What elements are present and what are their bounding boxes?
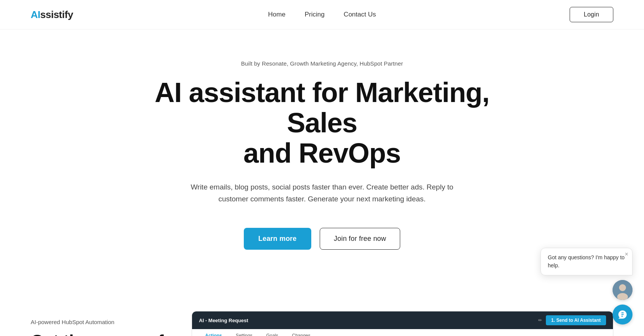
chat-trigger-button[interactable] [613,305,632,324]
learn-more-button[interactable]: Learn more [244,228,311,250]
nav-home[interactable]: Home [268,11,285,18]
dashboard-tabs: Actions Settings Goals Changes [192,329,613,336]
dashboard-tab-changes[interactable]: Changes [285,329,317,336]
login-button[interactable]: Login [570,7,613,22]
chat-bubble: × Got any questions? I'm happy to help. [540,248,632,275]
hero-description: Write emails, blog posts, social posts f… [176,181,468,205]
dashboard-tab-goals[interactable]: Goals [259,329,285,336]
dashboard-tab-actions[interactable]: Actions [198,329,229,336]
nav-links: Home Pricing Contact Us [268,11,376,18]
logo[interactable]: AIssistify [31,9,73,21]
hero-subtitle: Built by Resonate, Growth Marketing Agen… [241,60,403,67]
lower-label: AI-powered HubSpot Automation [31,319,169,325]
chat-avatar-row [613,280,632,300]
chat-widget: × Got any questions? I'm happy to help. [540,248,632,324]
nav-pricing[interactable]: Pricing [305,11,325,18]
lower-text: AI-powered HubSpot Automation Get the po… [31,311,169,336]
chat-close-icon[interactable]: × [625,251,628,257]
chat-avatar[interactable] [613,280,632,300]
lower-title: Get the power of OpenAI [31,331,169,336]
dashboard-tab-settings[interactable]: Settings [229,329,259,336]
logo-ai-text: AI [31,9,40,20]
hero-buttons: Learn more Join for free now [244,228,401,250]
hero-title: AI assistant for Marketing, Sales and Re… [138,77,506,169]
logo-suffix-text: ssistify [40,9,73,20]
chat-bubble-text: Got any questions? I'm happy to help. [548,254,624,268]
dashboard-header-title: AI - Meeting Request [199,318,534,323]
join-free-button[interactable]: Join for free now [320,228,400,250]
svg-point-1 [619,284,626,291]
nav-contact[interactable]: Contact Us [344,11,376,18]
navbar: AIssistify Home Pricing Contact Us Login [0,0,644,30]
